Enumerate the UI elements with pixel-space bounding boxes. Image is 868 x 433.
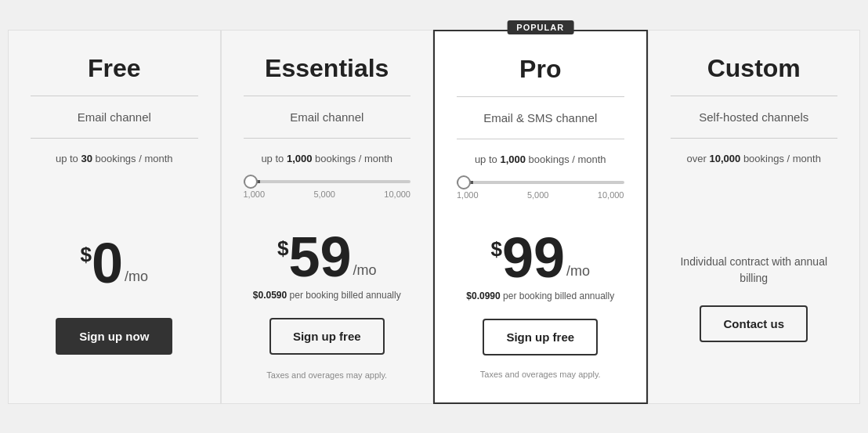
popular-badge: POPULAR bbox=[507, 20, 573, 34]
plan-card-pro: POPULAR Pro Email & SMS channel up to 1,… bbox=[433, 30, 648, 404]
channel-essentials: Email channel bbox=[290, 110, 363, 124]
bookings-essentials: up to 1,000 bookings / month bbox=[261, 153, 392, 164]
divider2-essentials bbox=[244, 138, 411, 139]
slider-container-essentials: 1,000 5,000 10,000 bbox=[244, 172, 411, 210]
signup-free-essentials-button[interactable]: Sign up free bbox=[269, 318, 385, 355]
slider-labels-pro: 1,000 5,000 10,000 bbox=[457, 190, 624, 200]
plan-card-free: Free Email channel up to 30 bookings / m… bbox=[8, 30, 221, 404]
bookings-pro: up to 1,000 bookings / month bbox=[475, 153, 606, 165]
bookings-free: up to 30 bookings / month bbox=[56, 153, 173, 164]
divider-pro bbox=[457, 96, 624, 97]
divider2-pro bbox=[457, 139, 624, 139]
divider2-free bbox=[31, 138, 198, 139]
plan-card-essentials: Essentials Email channel up to 1,000 boo… bbox=[221, 30, 434, 404]
price-section-essentials: $ 59 /mo bbox=[277, 229, 377, 285]
channel-custom: Self-hosted channels bbox=[699, 110, 808, 124]
price-per-free: /mo bbox=[125, 269, 148, 285]
bookings-slider-pro[interactable] bbox=[457, 181, 624, 184]
divider-custom bbox=[671, 96, 838, 96]
divider-essentials bbox=[244, 96, 411, 96]
channel-free: Email channel bbox=[78, 110, 151, 124]
price-section-free: $ 0 /mo bbox=[80, 235, 148, 291]
price-section-pro: $ 99 /mo bbox=[490, 229, 590, 286]
plan-title-custom: Custom bbox=[707, 54, 801, 83]
price-amount-free: 0 bbox=[92, 235, 123, 291]
slider-labels-essentials: 1,000 5,000 10,000 bbox=[244, 189, 411, 199]
price-detail-pro: $0.0990 per booking billed annually bbox=[466, 290, 614, 301]
price-per-essentials: /mo bbox=[353, 262, 377, 279]
price-dollar-pro: $ bbox=[490, 239, 501, 259]
price-amount-pro: 99 bbox=[502, 229, 565, 286]
price-amount-essentials: 59 bbox=[288, 229, 351, 285]
price-per-pro: /mo bbox=[566, 263, 590, 280]
signup-free-pro-button[interactable]: Sign up free bbox=[483, 319, 598, 355]
divider2-custom bbox=[671, 138, 838, 139]
divider-free bbox=[31, 96, 198, 96]
signup-now-button[interactable]: Sign up now bbox=[56, 318, 172, 355]
taxes-note-pro: Taxes and overages may apply. bbox=[480, 370, 601, 379]
plan-title-essentials: Essentials bbox=[265, 54, 389, 83]
taxes-note-essentials: Taxes and overages may apply. bbox=[266, 370, 387, 380]
plan-card-custom: Custom Self-hosted channels over 10,000 … bbox=[648, 30, 861, 404]
price-dollar-essentials: $ bbox=[277, 238, 288, 258]
custom-description: Individual contract with annual billing bbox=[671, 254, 838, 287]
bookings-custom: over 10,000 bookings / month bbox=[687, 153, 821, 164]
slider-container-pro: 1,000 5,000 10,000 bbox=[457, 173, 624, 211]
pricing-container: Free Email channel up to 30 bookings / m… bbox=[8, 30, 860, 404]
plan-title-free: Free bbox=[88, 54, 141, 83]
contact-us-button[interactable]: Contact us bbox=[700, 305, 808, 342]
bookings-slider-essentials[interactable] bbox=[244, 180, 411, 183]
price-detail-essentials: $0.0590 per booking billed annually bbox=[253, 290, 401, 301]
channel-pro: Email & SMS channel bbox=[483, 111, 597, 124]
price-dollar-free: $ bbox=[80, 244, 91, 265]
plan-title-pro: Pro bbox=[519, 55, 561, 84]
